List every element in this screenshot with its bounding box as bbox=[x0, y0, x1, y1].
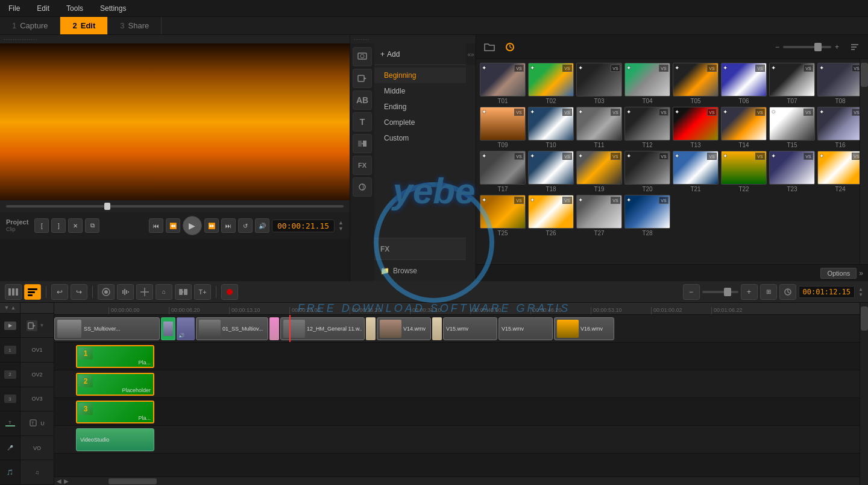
split-tool-btn[interactable] bbox=[136, 284, 153, 300]
slider-thumb[interactable] bbox=[814, 43, 822, 51]
volume-btn[interactable]: 🔊 bbox=[255, 218, 269, 233]
preview-scrubber[interactable] bbox=[0, 200, 350, 212]
collapse-all-btn[interactable]: ▲ bbox=[11, 305, 16, 311]
motion-btn[interactable] bbox=[353, 177, 372, 197]
bottom-scroll[interactable]: ◀ ▶ bbox=[54, 477, 860, 485]
zoom-slider[interactable] bbox=[702, 291, 738, 293]
clip-video-2a[interactable]: 🔊 bbox=[177, 317, 195, 340]
clock-btn[interactable] bbox=[502, 39, 518, 55]
menu-tools[interactable]: Tools bbox=[63, 3, 87, 14]
record-btn[interactable] bbox=[221, 284, 238, 300]
clip-video-4[interactable]: V14.wmv bbox=[377, 317, 431, 340]
clip-transition-4[interactable] bbox=[432, 317, 442, 340]
video-track-collapse[interactable]: ▼ bbox=[40, 323, 48, 328]
menu-settings[interactable]: Settings bbox=[96, 3, 130, 14]
audio-waves-btn[interactable] bbox=[117, 284, 134, 300]
thumb-item-t12[interactable]: ✦ VS T12 bbox=[624, 107, 670, 148]
options-chevron-icon[interactable]: » bbox=[859, 269, 863, 277]
sort-btn[interactable] bbox=[846, 39, 863, 55]
thumb-item-t16[interactable]: ✦ VS T16 bbox=[817, 107, 860, 148]
thumb-item-t03[interactable]: ✦ VS T03 bbox=[576, 63, 622, 104]
folder-btn[interactable] bbox=[481, 39, 498, 55]
clip-transition-3[interactable] bbox=[366, 317, 376, 340]
tracks-scroll[interactable]: SS_Multiover... 🔊 01_SS_Mult bbox=[54, 315, 860, 477]
clip-ov2[interactable]: 2 Placeholder bbox=[76, 373, 154, 396]
scrubber-track[interactable] bbox=[6, 205, 344, 208]
scroll-right-btn[interactable]: ▶ bbox=[64, 478, 69, 484]
scrubber-thumb[interactable] bbox=[104, 203, 110, 210]
thumb-item-t27[interactable]: ✦ VS T27 bbox=[576, 195, 622, 236]
nav-ending[interactable]: Ending bbox=[374, 99, 466, 115]
zoom-in-icon[interactable]: + bbox=[835, 43, 839, 51]
scroll-thumb-vertical[interactable] bbox=[861, 63, 868, 87]
zoom-out-icon[interactable]: − bbox=[775, 43, 779, 51]
clip-video-2[interactable]: 01_SS_Multiov... bbox=[196, 317, 268, 340]
menu-file[interactable]: File bbox=[5, 3, 24, 14]
clip-video-5[interactable]: V15.wmv bbox=[443, 317, 497, 340]
tab-capture[interactable]: 1 Capture bbox=[0, 17, 60, 34]
ripple-btn[interactable] bbox=[175, 284, 192, 300]
thumb-item-t07[interactable]: ✦ VS T07 bbox=[769, 63, 815, 104]
timecode-up[interactable]: ▲ bbox=[858, 287, 863, 292]
tracks-scroll-thumb[interactable] bbox=[861, 306, 868, 331]
text-btn[interactable]: AB bbox=[353, 90, 372, 110]
video-btn[interactable] bbox=[353, 69, 372, 88]
thumb-item-t14[interactable]: ✦ VS T14 bbox=[721, 107, 767, 148]
thumb-item-t20[interactable]: ✦ VS T20 bbox=[624, 151, 670, 192]
browse-button[interactable]: 📁 Browse bbox=[374, 259, 466, 281]
clip-video-7[interactable]: V16.wmv bbox=[554, 317, 614, 340]
nav-beginning[interactable]: Beginning bbox=[374, 68, 466, 83]
thumb-item-t06[interactable]: ✦ VS T06 bbox=[721, 63, 767, 104]
media-btn[interactable] bbox=[353, 47, 372, 66]
thumb-item-t08[interactable]: ✦ VS T08 bbox=[817, 63, 860, 104]
clip-transition-1[interactable] bbox=[161, 317, 175, 340]
nav-custom[interactable]: Custom bbox=[374, 130, 466, 146]
thumb-item-t13[interactable]: ✦ VS T13 bbox=[673, 107, 719, 148]
thumb-item-t26[interactable]: ✦ VS T26 bbox=[528, 195, 574, 236]
marker-clear-btn[interactable]: ✕ bbox=[68, 218, 83, 233]
clip-title[interactable]: VideoStudio bbox=[76, 428, 154, 451]
scroll-thumb-horizontal[interactable] bbox=[108, 478, 157, 484]
thumb-item-t04[interactable]: ✦ VS T04 bbox=[624, 63, 670, 104]
rewind-btn[interactable]: ⏪ bbox=[166, 218, 180, 233]
tracks-scrollbar-right[interactable] bbox=[860, 303, 868, 485]
thumb-item-t24[interactable]: ✦ VS T24 bbox=[817, 151, 860, 192]
split-btn[interactable]: ⧉ bbox=[85, 218, 99, 233]
fx-button[interactable]: FX bbox=[374, 238, 466, 259]
thumb-item-t15[interactable]: ✦ VS T15 bbox=[769, 107, 815, 148]
clip-ov3[interactable]: 3 Pla... bbox=[76, 401, 154, 423]
thumb-item-t11[interactable]: ✦ VS T11 bbox=[576, 107, 622, 148]
forward-btn[interactable]: ⏩ bbox=[204, 218, 219, 233]
fx-side-btn[interactable]: FX bbox=[353, 156, 372, 175]
transition-btn[interactable] bbox=[353, 134, 372, 153]
clip-video-3[interactable]: 12_HM_General 11.w... bbox=[280, 317, 365, 340]
clip-ov1[interactable]: 1 Pla... bbox=[76, 345, 154, 368]
options-button[interactable]: Options bbox=[820, 268, 857, 279]
slider-track[interactable] bbox=[783, 46, 831, 48]
nav-middle[interactable]: Middle bbox=[374, 83, 466, 99]
thumb-item-t23[interactable]: ✦ VS T23 bbox=[769, 151, 815, 192]
scroll-left-btn[interactable]: ◀ bbox=[57, 478, 61, 484]
add-button[interactable]: + Add bbox=[380, 50, 400, 59]
expand-all-btn[interactable]: ▼ bbox=[4, 305, 10, 311]
nav-complete[interactable]: Complete bbox=[374, 115, 466, 130]
title-btn[interactable]: T bbox=[353, 112, 372, 132]
zoom-slider-thumb[interactable] bbox=[724, 288, 731, 296]
zoom-out-btn[interactable]: − bbox=[683, 284, 700, 300]
timecode-down[interactable]: ▼ bbox=[858, 292, 863, 297]
thumb-item-t19[interactable]: ✦ VS T19 bbox=[576, 151, 622, 192]
marker-start-btn[interactable]: [ bbox=[34, 218, 49, 233]
thumb-item-t28[interactable]: ✦ VS T28 bbox=[624, 195, 670, 236]
trim-btn[interactable]: ⌂ bbox=[156, 284, 172, 300]
color-grade-btn[interactable] bbox=[98, 284, 115, 300]
clock-tl-btn[interactable] bbox=[779, 284, 796, 300]
redo-btn[interactable]: ↪ bbox=[71, 284, 87, 300]
thumb-item-t02[interactable]: ✦ VS T02 bbox=[528, 63, 574, 104]
thumb-item-t09[interactable]: ✦ VS T09 bbox=[480, 107, 526, 148]
undo-btn[interactable]: ↩ bbox=[51, 284, 68, 300]
menu-edit[interactable]: Edit bbox=[33, 3, 53, 14]
clip-transition-2[interactable] bbox=[269, 317, 279, 340]
thumb-item-t21[interactable]: ✦ VS T21 bbox=[673, 151, 719, 192]
marker-end-btn[interactable]: ] bbox=[51, 218, 66, 233]
thumb-item-t10[interactable]: ✦ VS T10 bbox=[528, 107, 574, 148]
